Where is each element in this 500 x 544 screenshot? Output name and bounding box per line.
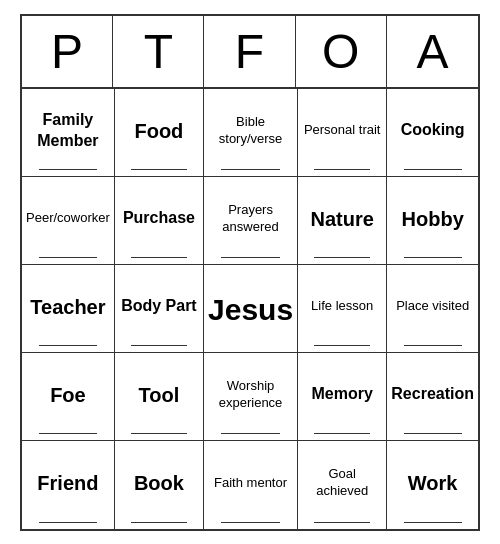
bingo-cell: Goal achieved (298, 441, 387, 529)
cell-underline (404, 169, 462, 170)
bingo-cell: Food (115, 89, 204, 177)
header-letter: T (113, 16, 204, 87)
cell-label: Recreation (391, 361, 474, 429)
bingo-cell: Family Member (22, 89, 115, 177)
cell-underline (39, 169, 98, 170)
cell-label: Nature (311, 185, 374, 253)
cell-underline (39, 522, 98, 523)
cell-label: Life lesson (311, 273, 373, 341)
cell-underline (221, 433, 281, 434)
cell-label: Work (408, 449, 458, 518)
bingo-cell: Faith mentor (204, 441, 298, 529)
cell-underline (221, 169, 281, 170)
cell-underline (39, 345, 98, 346)
cell-label: Tool (139, 361, 180, 429)
cell-underline (404, 257, 462, 258)
header-row: PTFOA (22, 16, 478, 89)
bingo-grid: Family MemberFoodBible story/versePerson… (22, 89, 478, 529)
cell-underline (404, 345, 462, 346)
cell-underline (314, 257, 370, 258)
bingo-cell: Bible story/verse (204, 89, 298, 177)
cell-underline (314, 345, 370, 346)
cell-label: Teacher (30, 273, 105, 341)
cell-underline (39, 433, 98, 434)
header-letter: P (22, 16, 113, 87)
bingo-cell: Nature (298, 177, 387, 265)
cell-underline (221, 522, 281, 523)
bingo-cell: Book (115, 441, 204, 529)
header-letter: A (387, 16, 478, 87)
bingo-cell: Prayers answered (204, 177, 298, 265)
cell-label: Purchase (123, 185, 195, 253)
bingo-cell: Hobby (387, 177, 478, 265)
bingo-cell: Friend (22, 441, 115, 529)
cell-underline (131, 169, 187, 170)
cell-underline (404, 433, 462, 434)
cell-label: Bible story/verse (208, 97, 293, 165)
cell-label: Worship experience (208, 361, 293, 429)
cell-label: Body Part (121, 273, 197, 341)
cell-underline (404, 522, 462, 523)
bingo-card: PTFOA Family MemberFoodBible story/verse… (20, 14, 480, 531)
cell-underline (221, 257, 281, 258)
bingo-cell: Purchase (115, 177, 204, 265)
header-letter: O (296, 16, 387, 87)
cell-label: Faith mentor (214, 449, 287, 518)
cell-label: Goal achieved (302, 449, 382, 518)
cell-underline (131, 433, 187, 434)
bingo-cell: Personal trait (298, 89, 387, 177)
bingo-cell: Teacher (22, 265, 115, 353)
bingo-cell: Recreation (387, 353, 478, 441)
cell-label: Family Member (26, 97, 110, 165)
bingo-cell: Place visited (387, 265, 478, 353)
cell-label: Place visited (396, 273, 469, 341)
cell-underline (131, 522, 187, 523)
cell-label: Food (134, 97, 183, 165)
cell-label: Personal trait (304, 97, 381, 165)
cell-label: Cooking (401, 97, 465, 165)
bingo-cell: Jesus (204, 265, 298, 353)
cell-label: Book (134, 449, 184, 518)
cell-label: Hobby (402, 185, 464, 253)
bingo-cell: Peer/coworker (22, 177, 115, 265)
cell-label: Peer/coworker (26, 185, 110, 253)
bingo-cell: Tool (115, 353, 204, 441)
header-letter: F (204, 16, 295, 87)
cell-underline (314, 169, 370, 170)
cell-label: Memory (312, 361, 373, 429)
cell-underline (39, 257, 98, 258)
cell-label: Jesus (208, 273, 293, 346)
cell-underline (314, 522, 370, 523)
bingo-cell: Body Part (115, 265, 204, 353)
cell-label: Prayers answered (208, 185, 293, 253)
bingo-cell: Worship experience (204, 353, 298, 441)
bingo-cell: Foe (22, 353, 115, 441)
cell-underline (131, 257, 187, 258)
bingo-cell: Work (387, 441, 478, 529)
bingo-cell: Life lesson (298, 265, 387, 353)
cell-underline (314, 433, 370, 434)
cell-label: Friend (37, 449, 98, 518)
bingo-cell: Memory (298, 353, 387, 441)
cell-underline (131, 345, 187, 346)
cell-label: Foe (50, 361, 86, 429)
bingo-cell: Cooking (387, 89, 478, 177)
